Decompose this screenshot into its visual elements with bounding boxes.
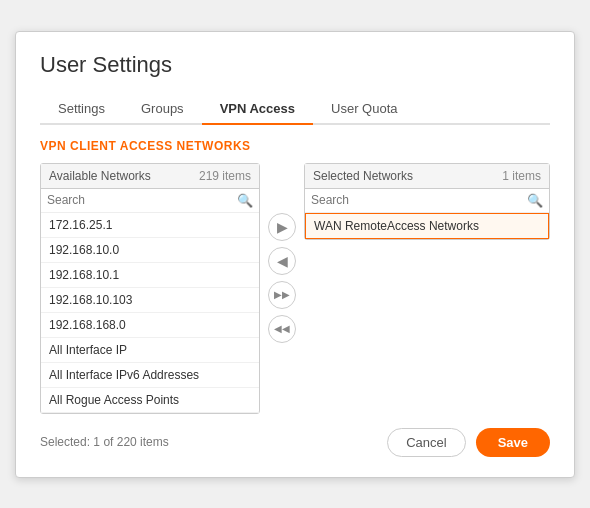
list-item[interactable]: All Interface IP [41, 338, 259, 363]
available-list-wrap: 172.16.25.1 192.168.10.0 192.168.10.1 19… [41, 213, 259, 413]
transfer-container: Available Networks 219 items 🔍 172.16.25… [40, 163, 550, 414]
selected-search-row: 🔍 [305, 189, 549, 213]
available-networks-label: Available Networks [49, 169, 151, 183]
section-label: VPN CLIENT ACCESS NETWORKS [40, 139, 550, 153]
list-item[interactable]: All Interface IPv6 Addresses [41, 363, 259, 388]
footer-status: Selected: 1 of 220 items [40, 435, 169, 449]
list-item[interactable]: 172.16.25.1 [41, 213, 259, 238]
list-item[interactable]: 192.168.168.0 [41, 313, 259, 338]
available-search-icon: 🔍 [237, 193, 253, 208]
available-networks-header: Available Networks 219 items [41, 164, 259, 189]
footer: Selected: 1 of 220 items Cancel Save [40, 428, 550, 457]
selected-list-item[interactable]: WAN RemoteAccess Networks [305, 213, 549, 239]
available-search-row: 🔍 [41, 189, 259, 213]
move-all-left-button[interactable]: ◀◀ [268, 315, 296, 343]
tab-settings[interactable]: Settings [40, 94, 123, 125]
tab-vpn-access[interactable]: VPN Access [202, 94, 313, 125]
selected-search-input[interactable] [311, 193, 525, 207]
available-network-list: 172.16.25.1 192.168.10.0 192.168.10.1 19… [41, 213, 259, 413]
list-item[interactable]: 192.168.10.0 [41, 238, 259, 263]
selected-networks-box: Selected Networks 1 items 🔍 WAN RemoteAc… [304, 163, 550, 240]
available-networks-box: Available Networks 219 items 🔍 172.16.25… [40, 163, 260, 414]
move-left-button[interactable]: ◀ [268, 247, 296, 275]
save-button[interactable]: Save [476, 428, 550, 457]
selected-networks-count: 1 items [502, 169, 541, 183]
dialog-title: User Settings [40, 52, 550, 78]
footer-buttons: Cancel Save [387, 428, 550, 457]
move-all-right-button[interactable]: ▶▶ [268, 281, 296, 309]
user-settings-dialog: User Settings Settings Groups VPN Access… [15, 31, 575, 478]
cancel-button[interactable]: Cancel [387, 428, 465, 457]
available-search-input[interactable] [47, 193, 235, 207]
tab-user-quota[interactable]: User Quota [313, 94, 415, 125]
selected-networks-header: Selected Networks 1 items [305, 164, 549, 189]
list-item[interactable]: 192.168.10.103 [41, 288, 259, 313]
tab-bar: Settings Groups VPN Access User Quota [40, 94, 550, 125]
list-item[interactable]: 192.168.10.1 [41, 263, 259, 288]
move-right-button[interactable]: ▶ [268, 213, 296, 241]
selected-network-list: WAN RemoteAccess Networks [305, 213, 549, 239]
tab-groups[interactable]: Groups [123, 94, 202, 125]
selected-search-icon: 🔍 [527, 193, 543, 208]
available-networks-count: 219 items [199, 169, 251, 183]
selected-networks-label: Selected Networks [313, 169, 413, 183]
list-item[interactable]: All Rogue Access Points [41, 388, 259, 413]
transfer-buttons-col: ▶ ◀ ▶▶ ◀◀ [260, 213, 304, 343]
